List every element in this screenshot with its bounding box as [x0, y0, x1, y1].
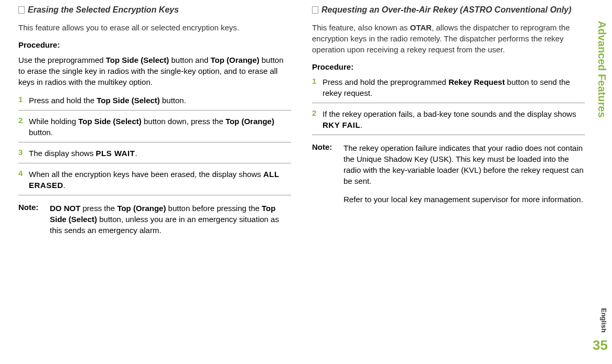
- left-procedure-label: Procedure:: [18, 40, 291, 49]
- text-bold: Top Side (Select): [96, 96, 160, 105]
- bookmark-icon: [18, 6, 25, 14]
- right-note: Note: The rekey operation failure indica…: [312, 142, 585, 212]
- text: If the rekey operation fails, a bad-key …: [323, 109, 576, 118]
- text-bold: Top (Orange): [117, 204, 166, 213]
- english-label: English: [600, 308, 608, 333]
- right-procedure-label: Procedure:: [312, 62, 585, 71]
- text-bold: DO NOT: [50, 204, 80, 213]
- page-container: Erasing the Selected Encryption Keys Thi…: [18, 5, 588, 236]
- step-text: Press and hold the Top Side (Select) but…: [29, 95, 291, 106]
- step-text: The display shows PLS WAIT.: [29, 148, 291, 159]
- note-text: DO NOT press the Top (Orange) button bef…: [50, 203, 291, 236]
- step-text: When all the encryption keys have been e…: [29, 169, 291, 191]
- step-4: 4 When all the encryption keys have been…: [18, 169, 291, 195]
- text: button.: [29, 128, 53, 137]
- left-intro: This feature allows you to erase all or …: [18, 22, 291, 33]
- text: .: [63, 181, 66, 190]
- text: press the: [80, 204, 117, 213]
- step-1: 1 Press and hold the preprogrammed Rekey…: [312, 76, 585, 103]
- text: .: [360, 120, 362, 129]
- text: button down, press the: [142, 117, 226, 126]
- text-bold: Top Side (Select): [106, 56, 169, 64]
- step-number: 3: [18, 148, 29, 157]
- note-paragraph: Refer to your local key management super…: [343, 194, 585, 205]
- step-number: 4: [18, 169, 29, 178]
- step-number: 1: [312, 76, 323, 85]
- note-label: Note:: [18, 203, 50, 236]
- left-title-text: Erasing the Selected Encryption Keys: [28, 5, 179, 15]
- step-text: While holding Top Side (Select) button d…: [29, 116, 291, 138]
- text-bold: Top (Orange): [226, 117, 274, 126]
- step-number: 1: [18, 95, 29, 104]
- text-bold: Top (Orange): [211, 56, 260, 64]
- note-paragraph: The rekey operation failure indicates th…: [343, 142, 585, 186]
- text: button and: [169, 56, 210, 64]
- text-bold: Rekey Request: [448, 78, 505, 86]
- right-section-title: Requesting an Over-the-Air Rekey (ASTRO …: [312, 5, 585, 15]
- step-1: 1 Press and hold the Top Side (Select) b…: [18, 95, 291, 111]
- display-text: RKY FAIL: [323, 120, 360, 129]
- text: While holding: [29, 117, 78, 126]
- text: button before pressing the: [166, 204, 262, 213]
- bookmark-icon: [312, 6, 318, 14]
- note-text: The rekey operation failure indicates th…: [343, 142, 585, 212]
- left-procedure-intro: Use the preprogrammed Top Side (Select) …: [18, 54, 291, 87]
- text-bold: Top Side (Select): [78, 117, 142, 126]
- step-text: Press and hold the preprogrammed Rekey R…: [323, 76, 585, 98]
- step-3: 3 The display shows PLS WAIT.: [18, 148, 291, 163]
- text: Press and hold the preprogrammed: [323, 78, 448, 86]
- text: Use the preprogrammed: [18, 56, 106, 64]
- step-text: If the rekey operation fails, a bad-key …: [323, 108, 585, 130]
- left-section-title: Erasing the Selected Encryption Keys: [18, 5, 291, 15]
- text: The display shows: [29, 149, 96, 158]
- step-2: 2 If the rekey operation fails, a bad-ke…: [312, 108, 585, 135]
- text: Press and hold the: [29, 96, 96, 105]
- text-bold: OTAR: [410, 23, 432, 32]
- side-label: Advanced Features: [596, 21, 608, 118]
- text: When all the encryption keys have been e…: [29, 170, 263, 179]
- step-number: 2: [18, 116, 29, 125]
- step-number: 2: [312, 108, 323, 117]
- text: button.: [160, 96, 186, 105]
- text: This feature, also known as: [312, 23, 410, 32]
- display-text: PLS WAIT: [96, 149, 135, 158]
- page-number: 35: [593, 337, 608, 354]
- text: .: [135, 149, 137, 158]
- note-label: Note:: [312, 142, 343, 212]
- left-column: Erasing the Selected Encryption Keys Thi…: [18, 5, 291, 236]
- left-note: Note: DO NOT press the Top (Orange) butt…: [18, 203, 291, 236]
- right-title-text: Requesting an Over-the-Air Rekey (ASTRO …: [321, 5, 572, 15]
- step-2: 2 While holding Top Side (Select) button…: [18, 116, 291, 142]
- right-intro: This feature, also known as OTAR, allows…: [312, 22, 585, 55]
- right-column: Requesting an Over-the-Air Rekey (ASTRO …: [312, 5, 585, 236]
